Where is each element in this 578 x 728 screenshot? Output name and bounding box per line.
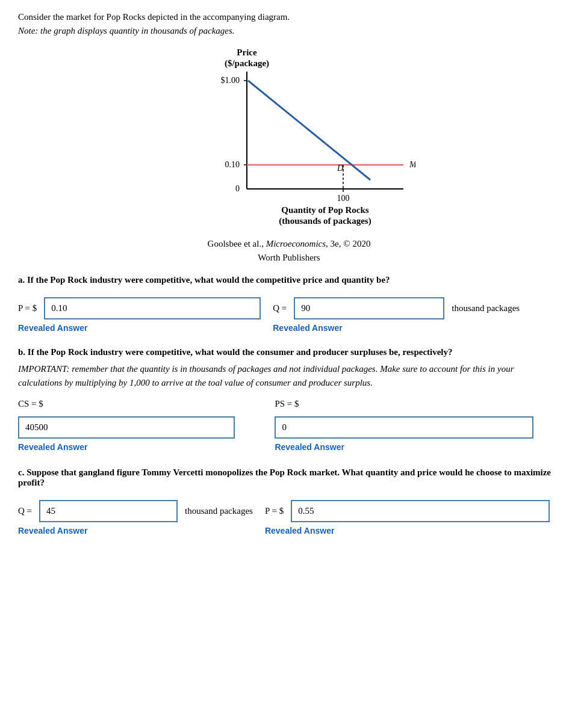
qty-axis-sub: (thousands of packages) — [279, 216, 371, 226]
question-a-qty-col: Q = thousand packages Revealed Answer — [273, 297, 520, 342]
question-c-qty-col: Q = thousand packages Revealed Answer — [18, 500, 253, 545]
price-label-010: 0.10 — [225, 160, 240, 169]
cs-input[interactable] — [18, 416, 235, 439]
question-a-price-col: P = $ Revealed Answer — [18, 297, 261, 342]
question-b-answer-row: CS = $ Revealed Answer PS = $ Revealed A… — [18, 399, 560, 461]
price-label-a: P = $ — [18, 303, 37, 313]
question-b-label: b. If the Pop Rock industry were competi… — [18, 347, 560, 357]
market-chart: Price ($/package) $1.00 0.10 0 100 MC — [151, 45, 415, 231]
chart-wrap: Price ($/package) $1.00 0.10 0 100 MC — [151, 45, 427, 231]
citation-publisher: Worth Publishers — [258, 253, 320, 262]
ps-input[interactable] — [275, 416, 533, 439]
intro-note: Note: the graph displays quantity in tho… — [18, 26, 560, 36]
qty-label-a: Q = — [273, 303, 287, 313]
citation-text: Goolsbee et al., Microeconomics, 3e, © 2… — [208, 239, 371, 248]
mc-label: MC — [409, 160, 415, 169]
ps-label: PS = $ — [275, 399, 299, 409]
intro-main-text: Consider the market for Pop Rocks depict… — [18, 12, 560, 22]
question-a-price-row: P = $ — [18, 297, 261, 319]
question-c-price-col: P = $ Revealed Answer — [265, 500, 550, 545]
question-a-answer-row: P = $ Revealed Answer Q = thousand packa… — [18, 297, 560, 342]
demand-label: D — [337, 164, 343, 173]
qty-label-100: 100 — [337, 194, 350, 203]
cs-label: CS = $ — [18, 399, 43, 409]
question-c-label: c. Suppose that gangland figure Tommy Ve… — [18, 467, 560, 488]
question-b-ps-col: PS = $ Revealed Answer — [275, 399, 560, 461]
question-b-ps-row: PS = $ — [275, 399, 560, 439]
revealed-answer-b-ps[interactable]: Revealed Answer — [275, 442, 344, 452]
qty-unit-c: thousand packages — [185, 506, 253, 516]
price-input-a[interactable] — [44, 297, 261, 319]
question-b: b. If the Pop Rock industry were competi… — [18, 347, 560, 461]
question-b-cs-row: CS = $ — [18, 399, 263, 439]
question-c-price-row: P = $ — [265, 500, 550, 522]
question-c: c. Suppose that gangland figure Tommy Ve… — [18, 467, 560, 545]
price-label-1: $1.00 — [221, 76, 240, 85]
question-a: a. If the Pop Rock industry were competi… — [18, 275, 560, 342]
qty-unit-a: thousand packages — [452, 303, 520, 313]
revealed-answer-a-price[interactable]: Revealed Answer — [18, 323, 87, 333]
question-b-cs-col: CS = $ Revealed Answer — [18, 399, 263, 461]
qty-axis-label: Quantity of Pop Rocks — [281, 205, 369, 215]
price-label-c: P = $ — [265, 506, 284, 516]
price-input-c[interactable] — [291, 500, 550, 522]
price-axis-unit: ($/package) — [225, 58, 269, 69]
revealed-answer-b-cs[interactable]: Revealed Answer — [18, 442, 87, 452]
question-c-qty-row: Q = thousand packages — [18, 500, 253, 522]
revealed-answer-c-price[interactable]: Revealed Answer — [265, 526, 334, 535]
price-axis-title: Price — [237, 48, 257, 57]
price-label-0: 0 — [235, 184, 240, 193]
question-a-label: a. If the Pop Rock industry were competi… — [18, 275, 560, 285]
chart-container: Price ($/package) $1.00 0.10 0 100 MC — [18, 45, 560, 231]
question-b-important: IMPORTANT: remember that the quantity is… — [18, 362, 560, 389]
revealed-answer-c-qty[interactable]: Revealed Answer — [18, 526, 87, 535]
question-c-answer-row: Q = thousand packages Revealed Answer P … — [18, 500, 560, 545]
qty-input-c[interactable] — [39, 500, 178, 522]
chart-citation: Goolsbee et al., Microeconomics, 3e, © 2… — [18, 237, 560, 264]
qty-input-a[interactable] — [294, 297, 444, 319]
question-a-qty-row: Q = thousand packages — [273, 297, 520, 319]
qty-label-c: Q = — [18, 506, 32, 516]
revealed-answer-a-qty[interactable]: Revealed Answer — [273, 323, 342, 333]
